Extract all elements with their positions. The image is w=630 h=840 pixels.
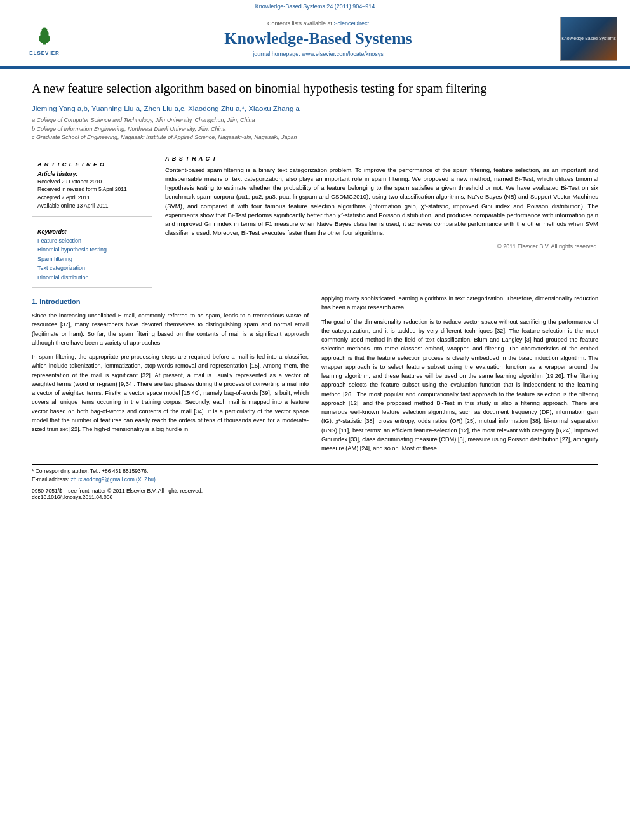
footnote: * Corresponding author. Tel.: +86 431 85… <box>0 465 630 486</box>
journal-title: Knowledge-Based Systems <box>76 29 560 48</box>
body-para-3: applying many sophisticated learning alg… <box>321 294 598 312</box>
elsevier-logo-area: ELSEVIER <box>13 22 76 56</box>
affiliation-b: b College of Information Engineering, No… <box>32 125 598 134</box>
body-right-col: applying many sophisticated learning alg… <box>321 294 598 458</box>
keywords-box: Keywords: Feature selection Binomial hyp… <box>32 223 152 288</box>
keyword-text-cat[interactable]: Text categorization <box>37 263 147 272</box>
title-divider <box>32 149 598 149</box>
article-title-section: A new feature selection algorithm based … <box>0 79 630 149</box>
email-note: E-mail address: zhuxiaodong9@gmail.com (… <box>32 476 598 484</box>
copyright-footer: 0950-7051/$ – see front matter © 2011 El… <box>32 488 598 494</box>
elsevier-label: ELSEVIER <box>29 50 60 56</box>
accepted-date: Accepted 7 April 2011 <box>37 194 147 202</box>
keywords-label: Keywords: <box>37 229 147 235</box>
journal-reference: Knowledge-Based Systems 24 (2011) 904–91… <box>255 3 375 10</box>
body-section: 1. Introduction Since the increasing uns… <box>0 288 630 458</box>
online-date: Available online 13 April 2011 <box>37 203 147 210</box>
elsevier-tree-icon <box>32 27 57 46</box>
abstract-copyright: © 2011 Elsevier B.V. All rights reserved… <box>165 243 598 250</box>
affiliations: a College of Computer Science and Techno… <box>32 116 598 142</box>
body-para-2: In spam filtering, the appropriate pre-p… <box>32 352 309 434</box>
journal-homepage: journal homepage: www.elsevier.com/locat… <box>76 51 560 57</box>
page: Knowledge-Based Systems 24 (2011) 904–91… <box>0 0 630 840</box>
corresponding-author-note: * Corresponding author. Tel.: +86 431 85… <box>32 467 598 476</box>
journal-header: ELSEVIER Contents lists available at Sci… <box>0 11 630 67</box>
keyword-spam[interactable]: Spam filtering <box>37 255 147 263</box>
homepage-url[interactable]: www.elsevier.com/locate/knosys <box>302 51 384 57</box>
body-para-4: The goal of the dimensionality reduction… <box>321 317 598 453</box>
article-info-box: A R T I C L E I N F O Article history: R… <box>32 156 152 217</box>
abstract-col: A B S T R A C T Content-based spam filte… <box>165 156 598 288</box>
svg-point-3 <box>42 27 48 32</box>
sciencedirect-line: Contents lists available at ScienceDirec… <box>76 20 560 27</box>
authors: Jieming Yang a,b, Yuanning Liu a, Zhen L… <box>32 105 598 112</box>
article-title: A new feature selection algorithm based … <box>32 79 598 97</box>
doi: doi:10.1016/j.knosys.2011.04.006 <box>32 494 598 500</box>
top-banner: Knowledge-Based Systems 24 (2011) 904–91… <box>0 0 630 11</box>
revised-date: Received in revised form 5 April 2011 <box>37 186 147 194</box>
journal-cover-image: Knowledge-Based Systems <box>560 17 617 61</box>
header-divider <box>0 67 630 69</box>
cover-logo-text: Knowledge-Based Systems <box>561 36 616 41</box>
elsevier-logo <box>19 22 70 50</box>
received-date: Received 29 October 2010 <box>37 178 147 186</box>
email-label: E-mail address: <box>32 476 69 483</box>
section1-heading: 1. Introduction <box>32 297 309 307</box>
history-label: Article history: <box>37 171 147 177</box>
email-address[interactable]: zhuxiaodong9@gmail.com (X. Zhu). <box>70 476 157 483</box>
abstract-title: A B S T R A C T <box>165 156 598 162</box>
body-left-col: 1. Introduction Since the increasing uns… <box>32 294 309 458</box>
body-two-col: 1. Introduction Since the increasing uns… <box>32 294 598 458</box>
keyword-feature-selection[interactable]: Feature selection <box>37 236 147 245</box>
keyword-binomial[interactable]: Binomial hypothesis testing <box>37 245 147 254</box>
affiliation-c: c Graduate School of Engineering, Nagasa… <box>32 133 598 142</box>
article-info-title: A R T I C L E I N F O <box>37 161 147 168</box>
sciencedirect-link[interactable]: ScienceDirect <box>334 20 370 27</box>
info-abstract-section: A R T I C L E I N F O Article history: R… <box>0 156 630 288</box>
journal-center: Contents lists available at ScienceDirec… <box>76 20 560 57</box>
doi-section: 0950-7051/$ – see front matter © 2011 El… <box>0 486 630 505</box>
affiliation-a: a College of Computer Science and Techno… <box>32 116 598 125</box>
keyword-binomial-dist[interactable]: Binomial distribution <box>37 273 147 282</box>
article-info-col: A R T I C L E I N F O Article history: R… <box>32 156 152 288</box>
abstract-text: Content-based spam filtering is a binary… <box>165 166 598 238</box>
body-para-1: Since the increasing unsolicited E-mail,… <box>32 311 309 347</box>
